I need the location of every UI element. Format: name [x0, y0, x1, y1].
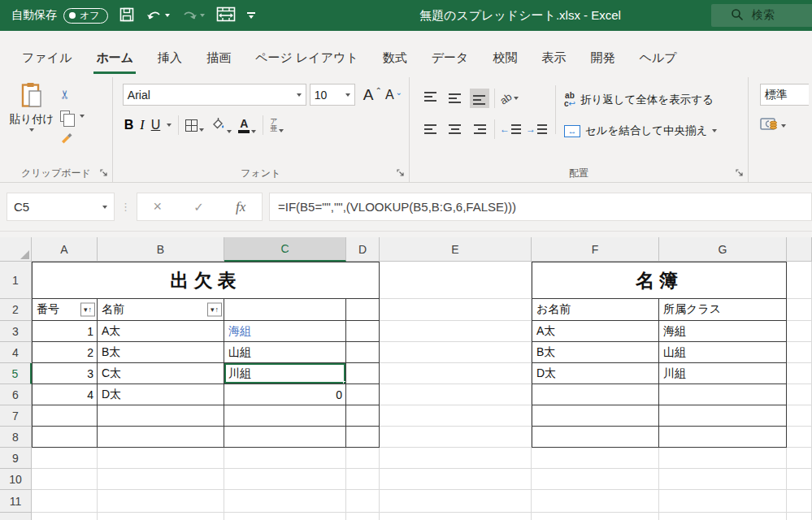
grid-cell[interactable] [380, 490, 532, 513]
cell-D4[interactable] [346, 342, 380, 363]
align-center-button[interactable] [445, 119, 465, 139]
copy-button[interactable] [60, 107, 85, 125]
cell-B2[interactable]: 名前▾↑ [98, 299, 224, 321]
tab-2[interactable]: 挿入 [145, 46, 194, 72]
grid-cell[interactable] [380, 299, 532, 321]
cell-A6[interactable]: 4 [32, 384, 98, 405]
grid-cell[interactable] [380, 321, 532, 342]
grid-cell[interactable] [98, 448, 224, 469]
cell-B8[interactable] [98, 427, 224, 448]
filter-sort-button[interactable]: ▾↑ [207, 303, 222, 317]
grid-cell[interactable] [32, 448, 98, 469]
grid-cell[interactable] [659, 490, 787, 513]
grid-cell[interactable] [224, 469, 346, 490]
row-header-8[interactable]: 8 [0, 427, 32, 448]
grid-cell[interactable] [532, 513, 659, 520]
cell-A7[interactable] [32, 405, 98, 427]
cell-C7[interactable] [224, 405, 346, 427]
column-header-F[interactable]: F [532, 237, 659, 262]
grid-cell[interactable] [32, 513, 98, 520]
column-header-C[interactable]: C [224, 237, 346, 262]
formula-input[interactable]: =IF(B5="","",(VLOOKUP(B5,B:G,6,FALSE))) [269, 193, 812, 221]
cell-A8[interactable] [32, 427, 98, 448]
grid-cell[interactable] [380, 363, 532, 384]
cell-A4[interactable]: 2 [32, 342, 98, 363]
grid-cell[interactable] [380, 384, 532, 405]
fill-handle[interactable] [343, 381, 346, 384]
cut-button[interactable]: ✂ [60, 85, 85, 103]
tab-file[interactable]: ファイル [10, 46, 84, 72]
cell-G5[interactable]: 川組 [659, 363, 787, 384]
cell-G3[interactable]: 海組 [659, 321, 787, 342]
number-format-select[interactable]: 標準 [760, 84, 809, 106]
row-header-11[interactable]: 11 [0, 490, 32, 513]
cell-width-button[interactable] [216, 6, 236, 24]
customize-quick-access-button[interactable] [247, 12, 255, 19]
grid-cell[interactable] [346, 513, 380, 520]
font-dialog-launcher[interactable] [395, 167, 406, 179]
cell-C5[interactable]: 川組 [224, 363, 346, 384]
underline-button[interactable]: U [151, 118, 161, 132]
grid-cell[interactable] [532, 490, 659, 513]
grid-cell[interactable] [380, 405, 532, 427]
cell-C3[interactable]: 海組 [224, 321, 346, 342]
decrease-indent-button[interactable]: ← [500, 124, 521, 135]
grid-cell[interactable] [380, 262, 532, 299]
accounting-format-button[interactable] [760, 117, 786, 134]
grid-cell[interactable] [787, 513, 812, 520]
row-header-7[interactable]: 7 [0, 405, 32, 427]
grid-cell[interactable] [787, 299, 812, 321]
cell-F7[interactable] [532, 405, 659, 427]
cell-G7[interactable] [659, 405, 787, 427]
cell-F6[interactable] [532, 384, 659, 405]
grid-cell[interactable] [346, 490, 380, 513]
filter-sort-button[interactable]: ▾↑ [80, 303, 95, 317]
tab-8[interactable]: 表示 [529, 46, 578, 72]
row-header-6[interactable]: 6 [0, 384, 32, 405]
insert-function-button[interactable]: fx [236, 199, 245, 215]
tab-1[interactable]: ホーム [84, 46, 145, 72]
grid-cell[interactable] [787, 384, 812, 405]
row-header-partial[interactable] [0, 513, 32, 520]
grid-cell[interactable] [787, 405, 812, 427]
shrink-font-button[interactable]: A⌄ [385, 88, 402, 102]
cell-G8[interactable] [659, 427, 787, 448]
tab-6[interactable]: データ [419, 46, 481, 72]
cell-F5[interactable]: D太 [532, 363, 659, 384]
cell-F2[interactable]: お名前 [532, 299, 659, 321]
grid-cell[interactable] [380, 513, 532, 520]
cell-B4[interactable]: B太 [98, 342, 224, 363]
grid-cell[interactable] [32, 490, 98, 513]
grid-cell[interactable] [224, 448, 346, 469]
cell-C8[interactable] [224, 427, 346, 448]
grid-cell[interactable] [224, 513, 346, 520]
grid-cell[interactable] [380, 427, 532, 448]
tab-7[interactable]: 校閲 [480, 46, 529, 72]
cell-D6[interactable] [346, 384, 380, 405]
cancel-button[interactable]: × [154, 198, 163, 215]
tab-9[interactable]: 開発 [578, 46, 627, 72]
row-header-9[interactable]: 9 [0, 448, 32, 469]
name-box[interactable]: C5 [7, 193, 115, 221]
italic-button[interactable]: I [140, 118, 144, 132]
save-button[interactable] [119, 7, 135, 24]
cell-D5[interactable] [346, 363, 380, 384]
font-name-select[interactable]: Arial [123, 84, 306, 106]
alignment-dialog-launcher[interactable] [734, 167, 745, 179]
grid-cell[interactable] [346, 448, 380, 469]
cell-G6[interactable] [659, 384, 787, 405]
select-all-corner[interactable] [0, 237, 32, 262]
cell-D7[interactable] [346, 405, 380, 427]
grow-font-button[interactable]: A⌃ [363, 86, 382, 104]
cell-F4[interactable]: B太 [532, 342, 659, 363]
cell-C6[interactable]: 0 [224, 384, 346, 405]
search-box[interactable]: 検索 [711, 4, 812, 27]
cell-A1-merged-title[interactable]: 出欠表 [32, 262, 380, 299]
autosave-pill[interactable]: オフ [63, 8, 108, 24]
grid-cell[interactable] [787, 342, 812, 363]
bold-button[interactable]: B [124, 118, 134, 132]
phonetic-button[interactable]: ア 亜 [270, 118, 284, 132]
cell-D3[interactable] [346, 321, 380, 342]
column-header-D[interactable]: D [346, 237, 380, 262]
column-header-partial[interactable] [787, 237, 812, 262]
